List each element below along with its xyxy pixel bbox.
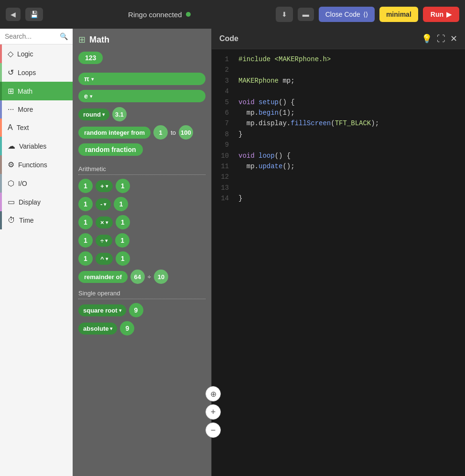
minimal-button[interactable]: minimal [379,7,418,22]
abs-block[interactable]: absolute ▾ [78,323,117,335]
loops-icon: ↺ [8,68,14,77]
line-num: 13 [219,183,229,193]
add-right[interactable]: 1 [116,179,130,193]
line-code: void setup() { [238,97,295,108]
remainder-val1[interactable]: 64 [130,270,145,284]
sidebar-item-loops[interactable]: ↺ Loops [0,63,73,82]
round-arrow: ▾ [102,112,105,117]
more-icon: ··· [8,105,14,114]
panel-title: Math [89,35,109,45]
line-num: 14 [219,193,229,204]
sub-left[interactable]: 1 [78,197,93,211]
sidebar-item-label: Loops [18,69,36,76]
e-arrow: ▾ [90,94,92,99]
panel-icon: ⊞ [78,34,86,45]
abs-val[interactable]: 9 [120,321,134,335]
search-input[interactable] [5,32,60,40]
pow-right[interactable]: 1 [116,251,130,266]
hint-button[interactable]: 💡 [422,33,432,44]
sidebar-item-variables[interactable]: ☁ Variables [0,137,73,155]
round-block[interactable]: round ▾ [78,108,109,120]
sub-op-label: - [100,201,102,208]
run-button[interactable]: Run ▶ [423,7,459,22]
sub-op[interactable]: - ▾ [96,198,111,210]
mul-op[interactable]: × ▾ [96,216,113,228]
connected-status: Ringo connected [128,11,191,19]
sub-block-row: 1 - ▾ 1 [78,197,205,211]
pow-op[interactable]: ^ ▾ [96,253,113,265]
code-line-8: 8 } [219,129,457,140]
fullscreen-button[interactable]: ⛶ [437,34,445,44]
line-code: void loop() { [238,151,291,161]
sidebar-item-label: Text [17,124,29,131]
div-op[interactable]: ÷ ▾ [96,235,112,247]
mul-left[interactable]: 1 [78,215,93,229]
close-code-button[interactable]: Close Code ⟨⟩ [319,7,375,22]
code-line-5: 5 void setup() { [219,97,457,108]
zoom-target-button[interactable]: ⊕ [205,386,211,401]
code-line-7: 7 mp.display.fillScreen(TFT_BLACK); [219,118,457,129]
round-value[interactable]: 3.1 [112,107,127,121]
sidebar-item-time[interactable]: ⏱ Time [0,211,73,229]
math-icon: ⊞ [8,87,14,96]
search-bar[interactable]: 🔍 [0,29,73,44]
run-label: Run [431,11,443,18]
line-num: 11 [219,161,229,172]
zoom-in-button[interactable]: + [205,404,211,420]
run-icon: ▶ [446,11,452,18]
sidebar-item-more[interactable]: ··· More [0,100,73,119]
random-int-label[interactable]: random integer from [78,127,151,139]
sqrt-val[interactable]: 9 [129,303,143,317]
random-fraction-row: random fraction [78,143,205,160]
add-op[interactable]: + ▾ [96,180,113,192]
line-num: 1 [219,54,229,65]
zoom-out-button[interactable]: − [205,422,211,438]
code-panel: Code 💡 ⛶ ✕ 1 #include <MAKERphone.h> 2 3… [211,29,465,476]
code-line-1: 1 #include <MAKERphone.h> [219,54,457,65]
mul-right[interactable]: 1 [116,215,130,229]
number-block[interactable]: 123 [78,52,103,64]
sidebar: 🔍 ◇ Logic ↺ Loops ⊞ Math ··· More A Text… [0,29,73,476]
div-right[interactable]: 1 [115,233,130,248]
pi-block[interactable]: π ▾ [78,73,205,85]
close-panel-button[interactable]: ✕ [450,33,457,44]
code-line-2: 2 [219,65,457,75]
save-button[interactable]: 💾 [25,8,43,21]
code-line-9: 9 [219,140,457,150]
random-int-to[interactable]: 100 [179,125,193,140]
sqrt-block[interactable]: square root ▾ [78,304,126,316]
sidebar-item-text[interactable]: A Text [0,119,73,137]
minimal-label: minimal [386,11,411,18]
text-icon: A [8,123,13,132]
sidebar-item-io[interactable]: ⬡ I/O [0,174,73,193]
div-left[interactable]: 1 [78,233,93,248]
line-num: 4 [219,86,229,97]
pow-block-row: 1 ^ ▾ 1 [78,251,205,266]
line-num: 2 [219,65,229,75]
e-block[interactable]: e ▾ [78,90,205,102]
remainder-label[interactable]: remainder of [78,271,128,283]
line-code: mp.display.fillScreen(TFT_BLACK); [238,118,379,129]
remainder-val2[interactable]: 10 [154,270,168,284]
screen-button[interactable]: ▬ [298,8,314,21]
back-icon: ◀ [11,11,16,18]
mul-op-label: × [100,219,104,226]
random-fraction-block[interactable]: random fraction [78,143,143,156]
sidebar-item-functions[interactable]: ⚙ Functions [0,155,73,174]
abs-block-row: absolute ▾ 9 [78,321,205,335]
sqrt-block-row: square root ▾ 9 [78,303,205,317]
sidebar-item-logic[interactable]: ◇ Logic [0,44,73,63]
download-button[interactable]: ⬇ [276,7,293,22]
line-code: mp.update(); [238,161,295,172]
sidebar-item-math[interactable]: ⊞ Math [0,82,73,100]
sub-right[interactable]: 1 [114,197,128,211]
remainder-block-row: remainder of 64 ÷ 10 [78,270,205,284]
time-icon: ⏱ [8,216,15,225]
back-button[interactable]: ◀ [6,8,21,21]
panel-header: ⊞ Math [78,34,205,45]
pow-left[interactable]: 1 [78,251,93,266]
add-left[interactable]: 1 [78,179,93,193]
random-int-from[interactable]: 1 [153,125,168,140]
sidebar-item-label: Functions [18,161,47,169]
sidebar-item-display[interactable]: ▭ Display [0,193,73,211]
